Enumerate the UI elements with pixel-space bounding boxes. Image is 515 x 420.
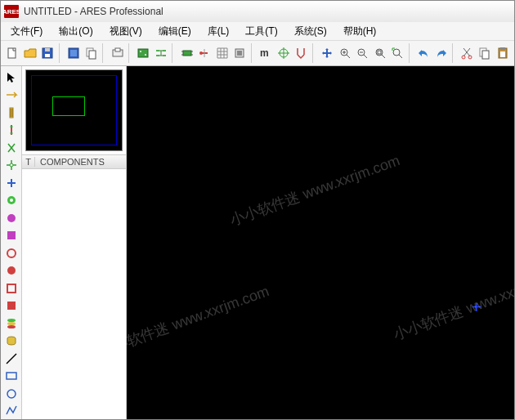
svg-point-45	[7, 325, 16, 328]
svg-rect-0	[8, 48, 16, 58]
paste-icon[interactable]	[494, 43, 511, 63]
text-icon[interactable]	[2, 193, 20, 209]
svg-rect-29	[500, 47, 505, 50]
pad-icon[interactable]	[2, 140, 20, 156]
output-icon[interactable]	[109, 43, 126, 63]
app-logo: ARES	[4, 5, 19, 18]
marker-icon[interactable]	[2, 228, 20, 244]
svg-rect-22	[378, 51, 381, 54]
via-icon[interactable]	[2, 123, 20, 139]
svg-point-12	[145, 54, 146, 56]
svg-rect-41	[7, 284, 16, 293]
svg-rect-47	[7, 373, 16, 379]
svg-rect-16	[237, 51, 242, 56]
svg-point-14	[199, 51, 203, 55]
svg-rect-38	[7, 231, 16, 239]
components-list[interactable]	[22, 169, 126, 419]
svg-rect-10	[138, 49, 148, 57]
menu-bar: 文件(F)输出(O)视图(V)编辑(E)库(L)工具(T)系统(S)帮助(H)	[1, 22, 514, 40]
zoom-in-icon[interactable]	[336, 43, 353, 63]
components-col-t[interactable]: T	[22, 157, 35, 167]
zoom-area-icon[interactable]	[389, 43, 406, 63]
menu-item[interactable]: 库(L)	[199, 23, 238, 40]
smt-icon[interactable]	[2, 158, 20, 174]
svg-point-32	[10, 126, 12, 128]
pan-icon[interactable]	[319, 43, 336, 63]
zoom-fit-icon[interactable]	[371, 43, 388, 63]
board-preview[interactable]	[25, 69, 123, 151]
window-title: UNTITLED - ARES Professional	[24, 6, 163, 17]
redo-icon[interactable]	[432, 43, 450, 63]
measure-icon[interactable]: m	[258, 43, 275, 63]
preview-board-outline	[52, 96, 85, 116]
svg-rect-27	[482, 51, 489, 59]
rect-icon[interactable]	[2, 315, 20, 332]
snap-icon[interactable]	[293, 43, 310, 63]
select-icon[interactable]	[2, 69, 20, 86]
line-icon[interactable]	[2, 369, 20, 385]
svg-rect-9	[115, 48, 120, 51]
components-col-label[interactable]: COMPONENTS	[35, 157, 126, 167]
svg-point-33	[10, 132, 12, 135]
arc-icon[interactable]	[2, 280, 20, 297]
ellipse-icon[interactable]	[2, 404, 20, 420]
zone-icon[interactable]	[2, 175, 20, 191]
svg-point-48	[7, 390, 16, 398]
netlist-icon[interactable]	[153, 43, 170, 63]
svg-rect-5	[70, 50, 77, 56]
svg-point-40	[7, 266, 16, 275]
svg-rect-7	[89, 51, 96, 59]
menu-item[interactable]: 文件(F)	[2, 23, 51, 40]
pin-icon[interactable]	[196, 43, 213, 63]
grid-overlay	[127, 66, 514, 419]
workspace: T COMPONENTS + 小小软件迷 www.xxrjm.com 小小软件迷…	[1, 66, 514, 419]
circle-icon[interactable]	[2, 298, 20, 315]
svg-rect-42	[7, 302, 16, 310]
svg-rect-30	[500, 51, 505, 57]
main-toolbar: m	[1, 40, 514, 66]
svg-text:m: m	[260, 47, 269, 59]
menu-item[interactable]: 系统(S)	[286, 23, 335, 40]
track-icon[interactable]	[2, 105, 20, 121]
grid-icon[interactable]	[214, 43, 231, 63]
component-icon[interactable]	[178, 43, 195, 63]
menu-item[interactable]: 帮助(H)	[335, 23, 385, 40]
title-bar: ARES UNTITLED - ARES Professional	[1, 1, 514, 22]
menu-item[interactable]: 视图(V)	[101, 23, 150, 40]
undo-icon[interactable]	[415, 43, 432, 63]
menu-item[interactable]: 编辑(E)	[150, 23, 199, 40]
design-canvas[interactable]: + 小小软件迷 www.xxrjm.com 小小软件迷 www.xxrjm.co…	[127, 66, 514, 419]
left-toolbar	[1, 66, 22, 419]
open-file-icon[interactable]	[22, 43, 39, 63]
svg-point-23	[393, 49, 400, 56]
origin-icon[interactable]	[275, 43, 292, 63]
polyline-icon[interactable]	[2, 386, 20, 402]
svg-rect-3	[45, 48, 50, 51]
copy2-icon[interactable]	[477, 43, 494, 63]
menu-item[interactable]: 输出(O)	[51, 23, 101, 40]
svg-point-34	[10, 163, 13, 167]
app-window: ARES UNTITLED - ARES Professional 文件(F)输…	[0, 0, 515, 420]
rectfill-icon[interactable]	[2, 333, 20, 350]
layers-icon[interactable]	[2, 351, 20, 367]
svg-point-39	[7, 249, 16, 257]
board-icon[interactable]	[135, 43, 152, 63]
fill-icon[interactable]	[2, 263, 20, 279]
route-icon[interactable]	[2, 87, 20, 104]
svg-point-21	[376, 49, 383, 56]
svg-rect-2	[45, 54, 50, 57]
new-file-icon[interactable]	[4, 43, 21, 63]
cut-icon[interactable]	[459, 43, 476, 63]
svg-point-44	[7, 322, 16, 325]
svg-point-43	[7, 319, 16, 322]
save-icon[interactable]	[39, 43, 56, 63]
svg-point-11	[140, 51, 141, 52]
zoom-out-icon[interactable]	[354, 43, 371, 63]
ratsnest-icon[interactable]	[2, 245, 20, 261]
package-icon[interactable]	[231, 43, 249, 63]
svg-point-36	[10, 199, 13, 202]
menu-item[interactable]: 工具(T)	[237, 23, 285, 40]
dim-icon[interactable]	[2, 210, 20, 226]
import-icon[interactable]	[65, 43, 83, 63]
copy-icon[interactable]	[83, 43, 100, 63]
